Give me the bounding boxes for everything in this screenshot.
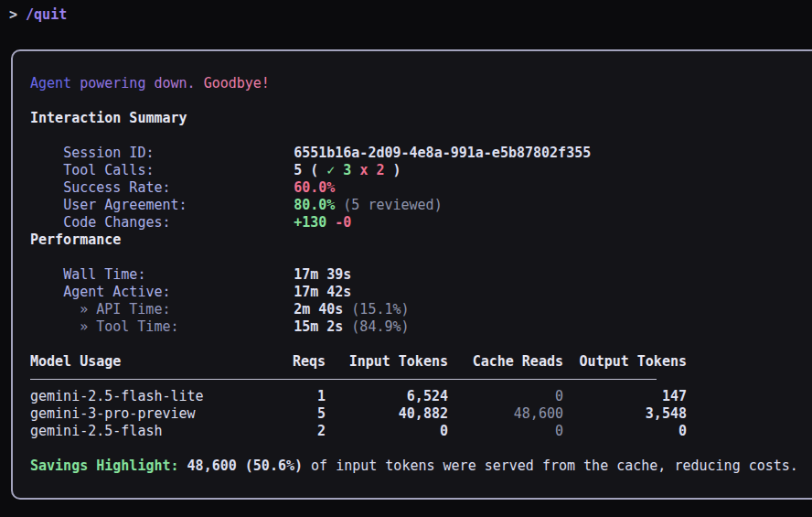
reqs-value: 1 bbox=[259, 388, 326, 405]
tool-time-value: 15m 2s (84.9%) bbox=[294, 318, 409, 335]
user-agreement-label: User Agreement: bbox=[63, 197, 294, 214]
col-model-usage: Model Usage bbox=[30, 353, 259, 371]
agent-active-label: Agent Active: bbox=[63, 284, 294, 301]
quit-summary-panel: Agent powering down. Goodbye! Interactio… bbox=[11, 49, 812, 500]
col-reqs: Reqs bbox=[259, 353, 326, 371]
table-row: gemini-2.5-flash 2 0 0 0 bbox=[30, 423, 812, 440]
session-id-row: Session ID:6551b16a-2d09-4e8a-991a-e5b87… bbox=[30, 127, 812, 145]
input-tokens-value: 6,524 bbox=[326, 388, 448, 405]
api-time-label: » API Time: bbox=[63, 301, 294, 318]
input-tokens-value: 40,882 bbox=[326, 405, 448, 423]
spacer bbox=[30, 92, 812, 110]
session-id-label: Session ID: bbox=[63, 145, 294, 162]
spacer bbox=[30, 440, 812, 458]
model-name: gemini-3-pro-preview bbox=[30, 405, 259, 423]
col-output-tokens: Output Tokens bbox=[563, 353, 687, 371]
code-changes-label: Code Changes: bbox=[63, 214, 294, 232]
cache-reads-value: 0 bbox=[448, 423, 563, 440]
user-agreement-value: 80.0% (5 reviewed) bbox=[294, 197, 443, 213]
wall-time-value: 17m 39s bbox=[294, 266, 351, 283]
tool-calls-label: Tool Calls: bbox=[63, 162, 294, 179]
savings-highlight: Savings Highlight: 48,600 (50.6%) of inp… bbox=[30, 458, 812, 475]
table-row: gemini-3-pro-preview 5 40,882 48,600 3,5… bbox=[30, 405, 812, 423]
cache-reads-value: 0 bbox=[448, 388, 563, 405]
tool-time-label: » Tool Time: bbox=[63, 318, 294, 336]
spacer bbox=[30, 336, 812, 353]
col-cache-reads: Cache Reads bbox=[448, 353, 563, 371]
api-time-value: 2m 40s (15.1%) bbox=[294, 301, 409, 318]
reqs-value: 5 bbox=[259, 405, 326, 423]
wall-time-label: Wall Time: bbox=[63, 266, 294, 284]
goodbye-message: Agent powering down. Goodbye! bbox=[30, 75, 812, 92]
agent-active-value: 17m 42s bbox=[294, 284, 351, 300]
table-row: gemini-2.5-flash-lite 1 6,524 0 147 bbox=[30, 388, 812, 405]
performance-title: Performance bbox=[30, 232, 812, 249]
success-rate-label: Success Rate: bbox=[63, 179, 294, 197]
reqs-value: 2 bbox=[259, 423, 326, 440]
code-changes-value: +130 -0 bbox=[294, 214, 351, 231]
output-tokens-value: 3,548 bbox=[563, 405, 687, 423]
input-tokens-value: 0 bbox=[326, 423, 448, 440]
table-divider bbox=[30, 371, 812, 388]
interaction-summary-title: Interaction Summary bbox=[30, 110, 812, 127]
wall-time-row: Wall Time:17m 39s bbox=[30, 249, 812, 266]
success-rate-value: 60.0% bbox=[294, 179, 335, 196]
model-usage-table-header: Model Usage Reqs Input Tokens Cache Read… bbox=[30, 353, 812, 371]
table-divider-line bbox=[30, 379, 657, 380]
command-prompt: > /quit bbox=[9, 6, 67, 24]
model-name: gemini-2.5-flash-lite bbox=[30, 388, 259, 405]
tool-calls-value: 5 ( ✓ 3 x 2 ) bbox=[294, 162, 401, 178]
terminal-screen: { "colors": { "page_bg": "#0b0b0d", "pan… bbox=[0, 0, 812, 517]
col-input-tokens: Input Tokens bbox=[326, 353, 448, 371]
session-id-value: 6551b16a-2d09-4e8a-991a-e5b87802f355 bbox=[294, 145, 591, 161]
cache-reads-value: 48,600 bbox=[448, 405, 563, 423]
model-name: gemini-2.5-flash bbox=[30, 423, 259, 440]
output-tokens-value: 147 bbox=[563, 388, 687, 405]
output-tokens-value: 0 bbox=[563, 423, 687, 440]
